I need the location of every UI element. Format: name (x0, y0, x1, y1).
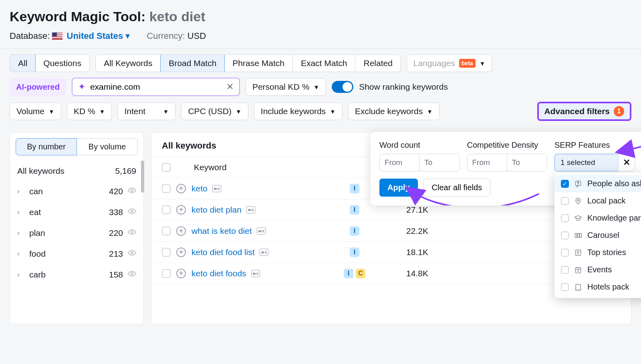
tab-exact-match[interactable]: Exact Match (293, 55, 356, 72)
checkbox[interactable] (561, 266, 569, 274)
keyword-link[interactable]: what is keto diet (191, 226, 252, 236)
ai-powered-badge: AI-powered (10, 78, 66, 96)
domain-field[interactable] (89, 82, 222, 92)
checkbox[interactable]: ✓ (561, 180, 569, 188)
sidebar-group-item[interactable]: › food 213 (10, 243, 143, 264)
serp-feature-option[interactable]: Hotels pack (554, 278, 641, 296)
personal-kd-dropdown[interactable]: Personal KD % ▼ (246, 78, 326, 96)
grad-icon (574, 214, 583, 223)
checkbox[interactable] (561, 283, 569, 291)
serp-feature-option[interactable]: Knowledge panel (554, 209, 641, 227)
sidebar-group-item[interactable]: › can 420 (10, 181, 143, 202)
intent-filter[interactable]: Intent▼ (117, 103, 175, 120)
eye-icon[interactable] (128, 228, 136, 238)
add-keyword-icon[interactable] (176, 184, 186, 193)
svg-text:?: ? (577, 181, 579, 185)
checkbox[interactable] (561, 214, 569, 222)
domain-input[interactable]: ✦ ✕ (72, 78, 240, 96)
chevron-down-icon: ▼ (236, 108, 242, 115)
serp-features-clear[interactable]: ✕ (618, 154, 635, 171)
add-keyword-icon[interactable] (176, 205, 186, 215)
keyword-link[interactable]: keto diet food list (191, 247, 255, 257)
sidebar-scrollbar[interactable] (141, 161, 144, 193)
serp-features-list: ✓ ? People also ask Local pack Knowledge… (554, 173, 641, 298)
volume-value: 18.1K (376, 247, 428, 257)
tab-broad-match[interactable]: Broad Match (160, 54, 225, 72)
languages-dropdown[interactable]: Languages beta ▼ (407, 54, 492, 72)
country-link[interactable]: United States (67, 31, 123, 41)
comp-density-to[interactable] (507, 154, 547, 171)
chevron-down-icon: ▼ (48, 108, 54, 115)
languages-label: Languages (413, 58, 455, 68)
checkbox[interactable] (561, 197, 569, 205)
row-checkbox[interactable] (162, 205, 171, 214)
advanced-filters-label: Advanced filters (544, 107, 610, 116)
add-keyword-icon[interactable] (176, 226, 186, 236)
tab-questions[interactable]: Questions (35, 55, 89, 72)
cpc-filter[interactable]: CPC (USD)▼ (181, 103, 248, 120)
eye-icon[interactable] (128, 249, 136, 259)
serp-features-select[interactable]: 1 selected ✕ (554, 154, 635, 171)
serp-feature-option[interactable]: Events (554, 261, 641, 278)
word-count-to[interactable] (419, 154, 459, 171)
word-count-from[interactable] (380, 154, 419, 171)
row-checkbox[interactable] (162, 269, 171, 278)
tab-phrase-match[interactable]: Phrase Match (224, 55, 293, 72)
serp-icon[interactable] (251, 270, 260, 277)
col-keyword-header[interactable]: Keyword (194, 163, 227, 172)
serp-feature-option[interactable]: Top stories (554, 244, 641, 261)
pin-icon (574, 197, 583, 205)
title-prefix: Keyword Magic Tool: (10, 9, 145, 24)
select-all-checkbox[interactable] (162, 163, 171, 172)
row-checkbox[interactable] (162, 227, 171, 235)
eye-icon[interactable] (128, 207, 136, 217)
serp-features-value[interactable]: 1 selected (554, 154, 618, 171)
show-ranking-toggle[interactable] (332, 81, 353, 93)
sidebar-all-keywords[interactable]: All keywords 5,169 (10, 161, 143, 181)
show-ranking-label: Show ranking keywords (359, 82, 448, 92)
sort-by-volume[interactable]: By volume (77, 138, 138, 155)
currency-label: Currency: (147, 31, 185, 41)
apply-button[interactable]: Apply (379, 179, 418, 197)
sidebar-group-item[interactable]: › carb 158 (10, 264, 143, 285)
serp-icon[interactable] (257, 227, 266, 235)
tab-related[interactable]: Related (355, 55, 400, 72)
cal-icon (574, 265, 583, 274)
row-checkbox[interactable] (162, 248, 171, 257)
serp-icon[interactable] (246, 206, 255, 213)
keyword-link[interactable]: keto diet foods (191, 269, 246, 278)
checkbox[interactable] (561, 231, 569, 239)
database-picker[interactable]: Database: United States ▾ (10, 31, 130, 41)
serp-icon[interactable] (212, 185, 221, 192)
page-title: Keyword Magic Tool: keto diet (10, 9, 631, 24)
word-count-range (379, 154, 460, 171)
serp-icon[interactable] (260, 249, 268, 256)
keyword-link[interactable]: keto diet plan (191, 205, 242, 215)
sort-by-number[interactable]: By number (16, 138, 77, 155)
volume-filter[interactable]: Volume▼ (10, 103, 61, 120)
add-keyword-icon[interactable] (176, 247, 186, 257)
include-keywords-filter[interactable]: Include keywords▼ (254, 103, 343, 120)
add-keyword-icon[interactable] (176, 269, 186, 278)
eye-icon[interactable] (128, 186, 136, 197)
sidebar-group-item[interactable]: › eat 338 (10, 202, 143, 223)
comp-density-from[interactable] (468, 154, 507, 171)
clear-domain-icon[interactable]: ✕ (226, 82, 234, 92)
clear-all-button[interactable]: Clear all fields (423, 179, 491, 197)
serp-feature-option[interactable]: Local pack (554, 192, 641, 209)
serp-feature-option[interactable]: Carousel (554, 227, 641, 244)
serp-features-label: SERP Features (554, 141, 635, 150)
serp-feature-option[interactable]: ✓ ? People also ask (554, 175, 641, 192)
question-icon: ? (574, 179, 583, 188)
exclude-keywords-filter[interactable]: Exclude keywords▼ (348, 103, 439, 120)
tab-all[interactable]: All (10, 54, 36, 72)
word-count-label: Word count (379, 141, 460, 150)
row-checkbox[interactable] (162, 184, 171, 193)
checkbox[interactable] (561, 249, 569, 257)
eye-icon[interactable] (128, 269, 136, 280)
advanced-filters-button[interactable]: Advanced filters 1 (537, 102, 631, 121)
keyword-link[interactable]: keto (191, 184, 208, 193)
tab-all-keywords[interactable]: All Keywords (96, 55, 161, 72)
sidebar-group-item[interactable]: › plan 220 (10, 223, 143, 243)
kd-filter[interactable]: KD %▼ (67, 103, 112, 120)
